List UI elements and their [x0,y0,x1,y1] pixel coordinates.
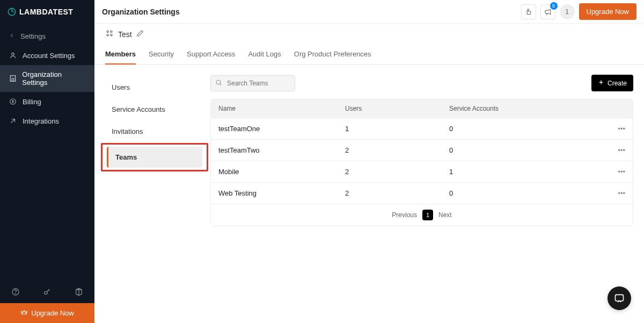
members-body: Users Service Accounts Invitations Teams [94,65,644,237]
sidebar: LAMBDATEST Settings Account Settings Org… [0,0,94,323]
nav-back-label: Settings [20,32,46,40]
tab-support-access[interactable]: Support Access [187,45,235,64]
cell-name: testTeamTwo [218,146,345,154]
sub-item-teams[interactable]: Teams [107,147,202,168]
nav-label: Organization Settings [22,70,86,87]
th-service-accounts: Service Accounts [449,105,604,112]
cube-icon[interactable] [75,288,83,298]
breadcrumb: Test [94,24,644,45]
create-label: Create [608,80,627,87]
logo-icon [8,8,16,16]
table-header: Name Users Service Accounts [211,99,633,118]
tabs: Members Security Support Access Audit Lo… [94,45,644,65]
billing-icon [9,97,17,106]
cell-sa: 0 [449,146,604,154]
sub-item-invitations[interactable]: Invitations [103,121,206,142]
svg-point-8 [111,31,112,32]
row-actions-icon[interactable]: ••• [604,125,625,133]
tab-members[interactable]: Members [105,45,136,64]
cell-sa: 1 [449,168,604,176]
tab-security[interactable]: Security [149,45,174,64]
th-name: Name [218,105,345,112]
nav-back[interactable]: Settings [0,27,94,46]
table-row: Web Testing 2 0 ••• [211,182,633,204]
cell-users: 2 [345,189,449,197]
chat-fab[interactable] [608,286,631,310]
create-button[interactable]: Create [591,75,633,91]
thumbs-icon-button[interactable] [521,4,536,19]
table-row: Mobile 2 1 ••• [211,161,633,182]
row-actions-icon[interactable]: ••• [604,146,625,154]
notification-badge: 5 [550,2,558,10]
building-icon [9,74,17,83]
highlight-box: Teams [101,143,208,171]
cell-name: Web Testing [218,189,345,197]
key-icon[interactable] [43,288,52,298]
logo[interactable]: LAMBDATEST [0,0,94,24]
svg-point-11 [216,80,221,84]
tab-audit-logs[interactable]: Audit Logs [248,45,281,64]
page-title: Organization Settings [102,8,180,16]
teams-table: Name Users Service Accounts testTeamOne … [210,99,633,226]
avatar-count[interactable]: 1 [560,4,575,19]
th-users: Users [345,105,449,112]
crown-icon [20,308,28,318]
sidebar-bottom-icons [0,282,94,303]
row-actions-icon[interactable]: ••• [604,168,625,176]
search-input[interactable] [210,75,295,91]
pagination: Previous 1 Next [211,204,633,226]
svg-point-10 [111,34,112,36]
upgrade-button[interactable]: Upgrade Now [579,3,637,20]
toolbar: Create [210,75,633,91]
cell-users: 2 [345,146,449,154]
cell-sa: 0 [449,189,604,197]
sub-item-service-accounts[interactable]: Service Accounts [103,99,206,120]
search-wrap [210,75,295,91]
nav-label: Account Settings [23,52,75,60]
tab-org-product-preferences[interactable]: Org Product Preferences [294,45,371,64]
cell-users: 1 [345,125,449,133]
svg-point-6 [45,291,47,294]
pagination-next[interactable]: Next [438,211,452,219]
logo-text: LAMBDATEST [19,8,73,16]
nav-integrations[interactable]: Integrations [0,111,94,131]
chevron-left-icon [9,32,15,40]
plug-icon [9,117,17,125]
svg-point-9 [107,34,108,36]
cell-users: 2 [345,168,449,176]
sidebar-upgrade-label: Upgrade Now [31,309,74,317]
nav: Settings Account Settings Organization S… [0,24,94,282]
search-icon [215,79,222,88]
svg-point-5 [16,293,16,294]
sub-item-users[interactable]: Users [103,77,206,98]
nav-label: Integrations [23,117,59,125]
cell-name: testTeamOne [218,125,345,133]
pagination-prev[interactable]: Previous [392,211,417,219]
nav-account-settings[interactable]: Account Settings [0,46,94,65]
row-actions-icon[interactable]: ••• [604,189,625,197]
table-row: testTeamTwo 2 0 ••• [211,139,633,161]
cell-name: Mobile [218,168,345,176]
table-row: testTeamOne 1 0 ••• [211,118,633,139]
topbar: Organization Settings 5 1 Upgrade Now [94,0,644,24]
sidebar-upgrade-button[interactable]: Upgrade Now [0,303,94,323]
svg-point-1 [12,53,14,55]
nav-label: Billing [23,98,41,106]
plus-icon [598,79,604,87]
help-icon[interactable] [11,288,20,298]
pagination-page[interactable]: 1 [422,210,433,220]
sub-sidebar: Users Service Accounts Invitations Teams [94,65,210,237]
nav-billing[interactable]: Billing [0,92,94,111]
svg-point-7 [107,31,108,32]
breadcrumb-name: Test [118,30,132,39]
cell-sa: 0 [449,125,604,133]
main-pane: Create Name Users Service Accounts testT… [210,65,644,237]
edit-icon[interactable] [136,30,144,39]
announcement-icon-button[interactable]: 5 [540,4,555,19]
user-icon [9,51,17,60]
nav-organization-settings[interactable]: Organization Settings [0,65,94,92]
breadcrumb-icon [105,29,114,39]
topbar-right: 5 1 Upgrade Now [521,3,637,20]
content: Test Members Security Support Access Aud… [94,24,644,323]
